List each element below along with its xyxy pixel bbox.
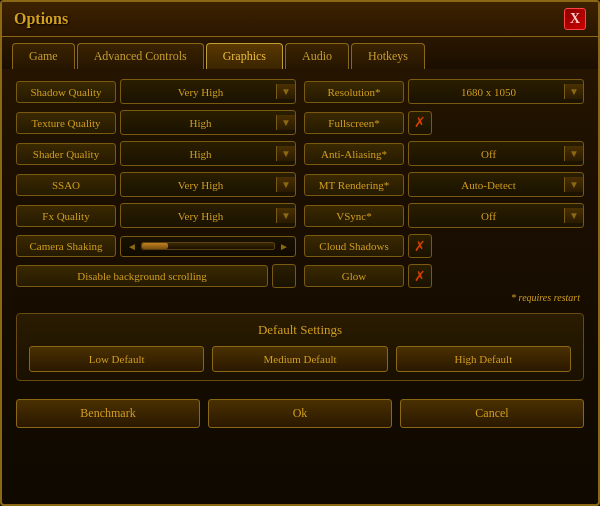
tab-graphics[interactable]: Graphics [206, 43, 283, 69]
row-7: Disable background scrolling Glow ✗ [16, 264, 584, 288]
fx-quality-arrow[interactable]: ▼ [276, 208, 295, 223]
resolution-value: 1680 x 1050 [413, 86, 564, 98]
left-shader-quality: Shader Quality High ▼ [16, 141, 296, 166]
shadow-quality-label: Shadow Quality [16, 81, 116, 103]
disable-scroll-checkbox[interactable] [272, 264, 296, 288]
tab-audio[interactable]: Audio [285, 43, 349, 69]
cloud-shadows-label: Cloud Shadows [304, 235, 404, 257]
camera-shaking-label: Camera Shaking [16, 235, 116, 257]
close-button[interactable]: X [564, 8, 586, 30]
fullscreen-checkbox[interactable]: ✗ [408, 111, 432, 135]
texture-quality-select[interactable]: High ▼ [120, 110, 296, 135]
shadow-quality-select[interactable]: Very High ▼ [120, 79, 296, 104]
ssao-arrow[interactable]: ▼ [276, 177, 295, 192]
row-4: SSAO Very High ▼ MT Rendering* Auto-Dete… [16, 172, 584, 197]
cloud-shadows-checkbox[interactable]: ✗ [408, 234, 432, 258]
antialiasing-select[interactable]: Off ▼ [408, 141, 584, 166]
mt-rendering-label: MT Rendering* [304, 174, 404, 196]
glow-label: Glow [304, 265, 404, 287]
high-default-button[interactable]: High Default [396, 346, 571, 372]
ssao-label: SSAO [16, 174, 116, 196]
texture-quality-arrow[interactable]: ▼ [276, 115, 295, 130]
right-fullscreen: Fullscreen* ✗ [304, 111, 584, 135]
slider-right-arrow[interactable]: ► [279, 241, 289, 252]
fx-quality-label: Fx Quality [16, 205, 116, 227]
right-mt-rendering: MT Rendering* Auto-Detect ▼ [304, 172, 584, 197]
right-resolution: Resolution* 1680 x 1050 ▼ [304, 79, 584, 104]
medium-default-button[interactable]: Medium Default [212, 346, 387, 372]
resolution-label: Resolution* [304, 81, 404, 103]
slider-track [141, 242, 275, 250]
ok-button[interactable]: Ok [208, 399, 392, 428]
shadow-quality-value: Very High [125, 86, 276, 98]
shadow-quality-arrow[interactable]: ▼ [276, 84, 295, 99]
resolution-arrow[interactable]: ▼ [564, 84, 583, 99]
mt-rendering-value: Auto-Detect [413, 179, 564, 191]
antialiasing-arrow[interactable]: ▼ [564, 146, 583, 161]
benchmark-button[interactable]: Benchmark [16, 399, 200, 428]
vsync-select[interactable]: Off ▼ [408, 203, 584, 228]
right-cloud-shadows: Cloud Shadows ✗ [304, 234, 584, 258]
right-glow: Glow ✗ [304, 264, 584, 288]
tab-game[interactable]: Game [12, 43, 75, 69]
texture-quality-label: Texture Quality [16, 112, 116, 134]
mt-rendering-select[interactable]: Auto-Detect ▼ [408, 172, 584, 197]
title-bar: Options X [2, 2, 598, 37]
shader-quality-label: Shader Quality [16, 143, 116, 165]
left-texture-quality: Texture Quality High ▼ [16, 110, 296, 135]
fullscreen-label: Fullscreen* [304, 112, 404, 134]
antialiasing-value: Off [413, 148, 564, 160]
left-shadow-quality: Shadow Quality Very High ▼ [16, 79, 296, 104]
slider-fill [142, 243, 168, 249]
left-ssao: SSAO Very High ▼ [16, 172, 296, 197]
shader-quality-arrow[interactable]: ▼ [276, 146, 295, 161]
fx-quality-select[interactable]: Very High ▼ [120, 203, 296, 228]
camera-shaking-slider[interactable]: ◄ ► [120, 236, 296, 257]
disable-scroll-label: Disable background scrolling [16, 265, 268, 287]
bottom-buttons-row: Benchmark Ok Cancel [2, 395, 598, 432]
default-settings-title: Default Settings [29, 322, 571, 338]
ssao-select[interactable]: Very High ▼ [120, 172, 296, 197]
texture-quality-value: High [125, 117, 276, 129]
row-6: Camera Shaking ◄ ► Cloud Shadows ✗ [16, 234, 584, 258]
cancel-button[interactable]: Cancel [400, 399, 584, 428]
tab-advanced[interactable]: Advanced Controls [77, 43, 204, 69]
row-3: Shader Quality High ▼ Anti-Aliasing* Off… [16, 141, 584, 166]
right-antialiasing: Anti-Aliasing* Off ▼ [304, 141, 584, 166]
window-title: Options [14, 10, 68, 28]
graphics-content: Shadow Quality Very High ▼ Resolution* 1… [2, 69, 598, 395]
shader-quality-select[interactable]: High ▼ [120, 141, 296, 166]
right-vsync: VSync* Off ▼ [304, 203, 584, 228]
tab-bar: Game Advanced Controls Graphics Audio Ho… [2, 37, 598, 69]
vsync-arrow[interactable]: ▼ [564, 208, 583, 223]
low-default-button[interactable]: Low Default [29, 346, 204, 372]
row-1: Shadow Quality Very High ▼ Resolution* 1… [16, 79, 584, 104]
left-fx-quality: Fx Quality Very High ▼ [16, 203, 296, 228]
default-buttons-row: Low Default Medium Default High Default [29, 346, 571, 372]
ssao-value: Very High [125, 179, 276, 191]
left-camera-shaking: Camera Shaking ◄ ► [16, 235, 296, 257]
left-disable-scroll: Disable background scrolling [16, 264, 296, 288]
row-2: Texture Quality High ▼ Fullscreen* ✗ [16, 110, 584, 135]
slider-left-arrow[interactable]: ◄ [127, 241, 137, 252]
mt-rendering-arrow[interactable]: ▼ [564, 177, 583, 192]
shader-quality-value: High [125, 148, 276, 160]
options-window: Options X Game Advanced Controls Graphic… [0, 0, 600, 506]
default-settings-section: Default Settings Low Default Medium Defa… [16, 313, 584, 381]
vsync-value: Off [413, 210, 564, 222]
resolution-select[interactable]: 1680 x 1050 ▼ [408, 79, 584, 104]
row-5: Fx Quality Very High ▼ VSync* Off ▼ [16, 203, 584, 228]
fx-quality-value: Very High [125, 210, 276, 222]
glow-checkbox[interactable]: ✗ [408, 264, 432, 288]
vsync-label: VSync* [304, 205, 404, 227]
antialiasing-label: Anti-Aliasing* [304, 143, 404, 165]
restart-note: * requires restart [16, 292, 584, 303]
tab-hotkeys[interactable]: Hotkeys [351, 43, 425, 69]
